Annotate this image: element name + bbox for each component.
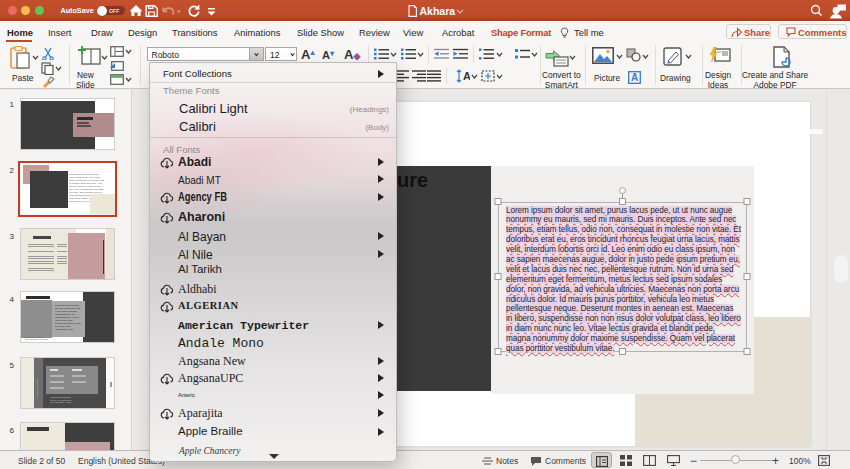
svg-text:A: A	[463, 70, 470, 82]
svg-text:A: A	[631, 72, 638, 83]
